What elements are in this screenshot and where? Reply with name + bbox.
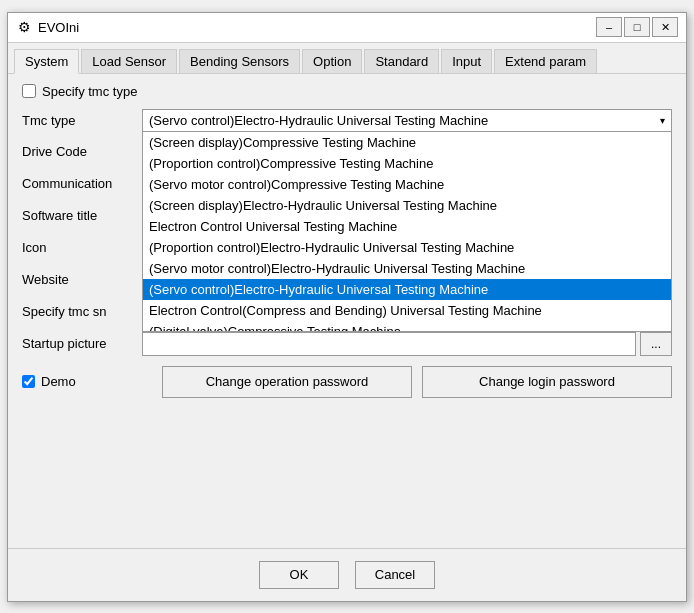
specify-tmc-row: Specify tmc type — [22, 84, 672, 99]
tmc-type-label: Tmc type — [22, 109, 142, 128]
main-window: ⚙ EVOIni – □ ✕ System Load Sensor Bendin… — [7, 12, 687, 602]
change-operation-password-button[interactable]: Change operation password — [162, 366, 412, 398]
drive-code-label: Drive Code — [22, 140, 142, 159]
window-controls: – □ ✕ — [596, 17, 678, 37]
tab-input[interactable]: Input — [441, 49, 492, 73]
specify-tmc-checkbox[interactable] — [22, 84, 36, 98]
close-button[interactable]: ✕ — [652, 17, 678, 37]
change-login-password-button[interactable]: Change login password — [422, 366, 672, 398]
dropdown-item-4[interactable]: Electron Control Universal Testing Machi… — [143, 216, 671, 237]
icon-label: Icon — [22, 236, 142, 255]
browse-button[interactable]: ... — [640, 332, 672, 356]
tmc-type-selected[interactable]: (Servo control)Electro-Hydraulic Univers… — [142, 109, 672, 132]
startup-picture-label: Startup picture — [22, 332, 142, 351]
demo-check-container: Demo — [22, 374, 142, 389]
dropdown-item-6[interactable]: (Servo motor control)Electro-Hydraulic U… — [143, 258, 671, 279]
startup-picture-input-row: ... — [142, 332, 672, 356]
dropdown-item-5[interactable]: (Proportion control)Electro-Hydraulic Un… — [143, 237, 671, 258]
tabs-bar: System Load Sensor Bending Sensors Optio… — [8, 43, 686, 74]
specify-tmc-sn-label: Specify tmc sn — [22, 300, 142, 319]
minimize-button[interactable]: – — [596, 17, 622, 37]
communication-label: Communication — [22, 172, 142, 191]
tmc-type-control: (Servo control)Electro-Hydraulic Univers… — [142, 109, 672, 132]
tab-content: Specify tmc type Tmc type (Servo control… — [8, 74, 686, 548]
dropdown-item-2[interactable]: (Servo motor control)Compressive Testing… — [143, 174, 671, 195]
tab-system[interactable]: System — [14, 49, 79, 74]
ok-button[interactable]: OK — [259, 561, 339, 589]
software-title-label: Software title — [22, 204, 142, 223]
footer: OK Cancel — [8, 548, 686, 601]
tmc-type-dropdown[interactable]: (Servo control)Electro-Hydraulic Univers… — [142, 109, 672, 132]
tab-standard[interactable]: Standard — [364, 49, 439, 73]
startup-picture-control: ... — [142, 332, 672, 356]
app-icon: ⚙ — [16, 19, 32, 35]
maximize-button[interactable]: □ — [624, 17, 650, 37]
website-label: Website — [22, 268, 142, 287]
demo-label: Demo — [41, 374, 76, 389]
tmc-type-list: (Screen display)Compressive Testing Mach… — [142, 132, 672, 332]
dropdown-item-0[interactable]: (Screen display)Compressive Testing Mach… — [143, 132, 671, 153]
demo-row: Demo Change operation password Change lo… — [22, 366, 672, 398]
tmc-type-row: Tmc type (Servo control)Electro-Hydrauli… — [22, 109, 672, 132]
tab-option[interactable]: Option — [302, 49, 362, 73]
chevron-down-icon: ▾ — [660, 115, 665, 126]
window-title: EVOIni — [38, 20, 596, 35]
startup-picture-row: Startup picture ... — [22, 332, 672, 356]
title-bar: ⚙ EVOIni – □ ✕ — [8, 13, 686, 43]
password-buttons: Change operation password Change login p… — [162, 366, 672, 398]
cancel-button[interactable]: Cancel — [355, 561, 435, 589]
dropdown-item-3[interactable]: (Screen display)Electro-Hydraulic Univer… — [143, 195, 671, 216]
tmc-type-value: (Servo control)Electro-Hydraulic Univers… — [149, 113, 488, 128]
dropdown-item-7[interactable]: (Servo control)Electro-Hydraulic Univers… — [143, 279, 671, 300]
tab-load-sensor[interactable]: Load Sensor — [81, 49, 177, 73]
tab-extend-param[interactable]: Extend param — [494, 49, 597, 73]
dropdown-item-9[interactable]: (Digital valve)Compressive Testing Machi… — [143, 321, 671, 332]
dropdown-item-1[interactable]: (Proportion control)Compressive Testing … — [143, 153, 671, 174]
demo-checkbox[interactable] — [22, 375, 35, 388]
specify-tmc-label: Specify tmc type — [42, 84, 137, 99]
startup-picture-input[interactable] — [142, 332, 636, 356]
dropdown-item-8[interactable]: Electron Control(Compress and Bending) U… — [143, 300, 671, 321]
tab-bending-sensors[interactable]: Bending Sensors — [179, 49, 300, 73]
